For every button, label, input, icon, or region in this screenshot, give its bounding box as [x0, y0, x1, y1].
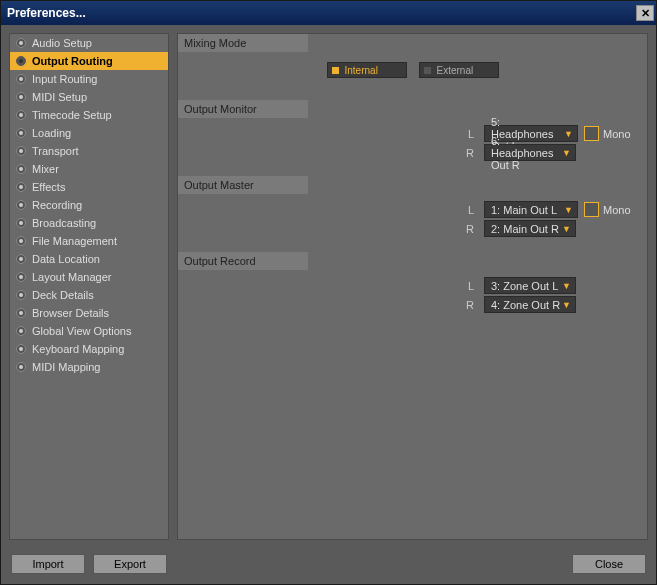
sidebar-item-label: Timecode Setup: [32, 109, 112, 121]
mixing-internal-label: Internal: [345, 65, 378, 76]
output-master-mono-checkbox[interactable]: [584, 202, 599, 217]
sidebar-item-label: Input Routing: [32, 73, 97, 85]
dropdown-value: 2: Main Out R: [491, 223, 559, 235]
sidebar-item-label: MIDI Mapping: [32, 361, 100, 373]
radio-icon: [16, 74, 26, 84]
dropdown-value: 3: Zone Out L: [491, 280, 558, 292]
output-master-left-dropdown[interactable]: 1: Main Out L ▼: [484, 201, 578, 218]
sidebar-item[interactable]: Input Routing: [10, 70, 168, 88]
radio-icon: [16, 290, 26, 300]
sidebar-item-label: Effects: [32, 181, 65, 193]
sidebar-item-label: Loading: [32, 127, 71, 139]
radio-icon: [16, 38, 26, 48]
output-master-left-row: L 1: Main Out L ▼ Mono: [178, 200, 647, 219]
sidebar-item-label: Layout Manager: [32, 271, 112, 283]
channel-label-l: L: [178, 204, 478, 216]
sidebar-item[interactable]: File Management: [10, 232, 168, 250]
window-title: Preferences...: [7, 6, 86, 20]
sidebar-item[interactable]: Browser Details: [10, 304, 168, 322]
output-record-right-dropdown[interactable]: 4: Zone Out R ▼: [484, 296, 576, 313]
export-button[interactable]: Export: [93, 554, 167, 574]
channel-label-r: R: [178, 299, 478, 311]
sidebar-item[interactable]: Effects: [10, 178, 168, 196]
sidebar-item[interactable]: Data Location: [10, 250, 168, 268]
output-record-left-row: L 3: Zone Out L ▼: [178, 276, 647, 295]
chevron-down-icon: ▼: [564, 129, 573, 139]
section-header-mixing-mode: Mixing Mode: [178, 34, 308, 52]
sidebar-item[interactable]: Output Routing: [10, 52, 168, 70]
section-header-output-monitor: Output Monitor: [178, 100, 308, 118]
sidebar-item-label: Keyboard Mapping: [32, 343, 124, 355]
footer-left: Import Export: [11, 554, 167, 574]
sidebar-item[interactable]: Broadcasting: [10, 214, 168, 232]
output-master-right-row: R 2: Main Out R ▼: [178, 219, 647, 238]
sidebar-item[interactable]: Transport: [10, 142, 168, 160]
sidebar-item[interactable]: MIDI Mapping: [10, 358, 168, 376]
chevron-down-icon: ▼: [564, 205, 573, 215]
radio-icon: [16, 146, 26, 156]
close-icon[interactable]: ✕: [636, 5, 654, 21]
sidebar-item[interactable]: Mixer: [10, 160, 168, 178]
radio-icon: [16, 272, 26, 282]
sidebar-item-label: Deck Details: [32, 289, 94, 301]
sidebar-item-label: Browser Details: [32, 307, 109, 319]
sidebar-item-label: Transport: [32, 145, 79, 157]
radio-icon: [16, 56, 26, 66]
chevron-down-icon: ▼: [562, 281, 571, 291]
mixing-mode-external-button[interactable]: External: [419, 62, 499, 78]
channel-label-r: R: [178, 147, 478, 159]
mixing-external-label: External: [437, 65, 474, 76]
radio-icon: [16, 254, 26, 264]
dropdown-value: 1: Main Out L: [491, 204, 557, 216]
sidebar-item[interactable]: Timecode Setup: [10, 106, 168, 124]
channel-label-l: L: [178, 280, 478, 292]
output-monitor-left-row: L 5: Headphones Out L ▼ Mono: [178, 124, 647, 143]
sidebar: Audio SetupOutput RoutingInput RoutingMI…: [9, 33, 169, 540]
sidebar-item-label: Audio Setup: [32, 37, 92, 49]
sidebar-item[interactable]: Loading: [10, 124, 168, 142]
radio-icon: [16, 218, 26, 228]
section-header-output-master: Output Master: [178, 176, 308, 194]
radio-icon: [16, 182, 26, 192]
output-monitor-section: Output Monitor L 5: Headphones Out L ▼ M…: [178, 100, 647, 162]
preferences-window: Preferences... ✕ Audio SetupOutput Routi…: [0, 0, 657, 585]
radio-icon: [16, 164, 26, 174]
output-monitor-mono-checkbox[interactable]: [584, 126, 599, 141]
sidebar-item-label: Output Routing: [32, 55, 113, 67]
channel-label-l: L: [178, 128, 478, 140]
sidebar-item[interactable]: Recording: [10, 196, 168, 214]
sidebar-item-label: Recording: [32, 199, 82, 211]
close-button[interactable]: Close: [572, 554, 646, 574]
radio-icon: [16, 308, 26, 318]
radio-icon: [16, 362, 26, 372]
chevron-down-icon: ▼: [562, 224, 571, 234]
output-master-right-dropdown[interactable]: 2: Main Out R ▼: [484, 220, 576, 237]
radio-icon: [16, 326, 26, 336]
sidebar-item[interactable]: Audio Setup: [10, 34, 168, 52]
dropdown-value: 4: Zone Out R: [491, 299, 560, 311]
sidebar-item[interactable]: Deck Details: [10, 286, 168, 304]
mono-group: Mono: [584, 202, 637, 217]
indicator-icon: [424, 67, 431, 74]
output-master-section: Output Master L 1: Main Out L ▼ Mono R: [178, 176, 647, 238]
sidebar-item-label: Mixer: [32, 163, 59, 175]
output-monitor-right-dropdown[interactable]: 6: Headphones Out R ▼: [484, 144, 576, 161]
chevron-down-icon: ▼: [562, 148, 571, 158]
radio-icon: [16, 200, 26, 210]
output-record-left-dropdown[interactable]: 3: Zone Out L ▼: [484, 277, 576, 294]
sidebar-item[interactable]: Keyboard Mapping: [10, 340, 168, 358]
footer: Import Export Close: [1, 548, 656, 584]
radio-icon: [16, 236, 26, 246]
mixing-mode-internal-button[interactable]: Internal: [327, 62, 407, 78]
import-button[interactable]: Import: [11, 554, 85, 574]
sidebar-item[interactable]: Layout Manager: [10, 268, 168, 286]
radio-icon: [16, 110, 26, 120]
sidebar-item-label: MIDI Setup: [32, 91, 87, 103]
output-record-right-row: R 4: Zone Out R ▼: [178, 295, 647, 314]
sidebar-item[interactable]: MIDI Setup: [10, 88, 168, 106]
mono-label: Mono: [603, 204, 637, 216]
output-monitor-right-row: R 6: Headphones Out R ▼: [178, 143, 647, 162]
main-panel: Mixing Mode Internal External Output Mon…: [177, 33, 648, 540]
sidebar-item[interactable]: Global View Options: [10, 322, 168, 340]
sidebar-item-label: Global View Options: [32, 325, 131, 337]
